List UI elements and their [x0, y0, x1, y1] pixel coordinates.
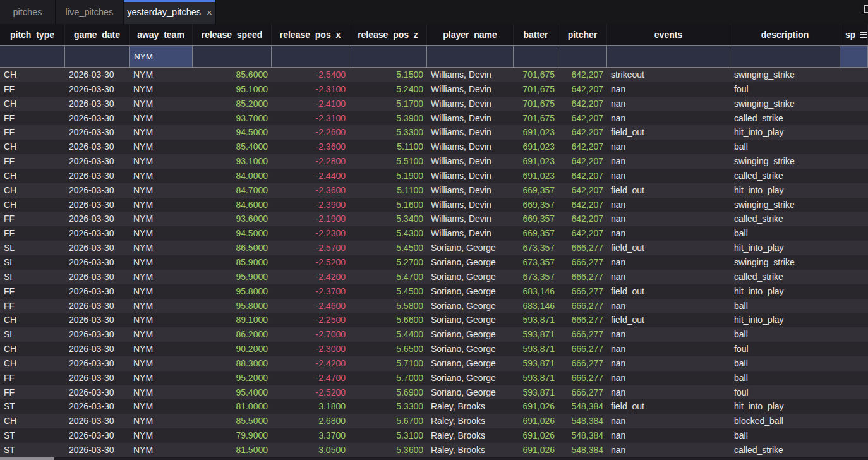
- cell-pitch_type[interactable]: CH: [0, 414, 65, 428]
- cell-pitcher[interactable]: 666,277: [558, 356, 607, 371]
- cell-batter[interactable]: 691,026: [514, 414, 558, 428]
- cell-batter[interactable]: 673,357: [514, 270, 558, 284]
- cell-batter[interactable]: 593,871: [514, 313, 558, 327]
- cell-pitcher[interactable]: 642,207: [558, 183, 607, 198]
- cell-release_speed[interactable]: 93.7000: [193, 111, 272, 126]
- cell-description[interactable]: called_strike: [730, 443, 840, 457]
- cell-events[interactable]: field_out: [607, 241, 730, 255]
- filter-input-player_name[interactable]: [427, 46, 514, 67]
- cell-release_pos_x[interactable]: -2.4600: [272, 299, 349, 313]
- cell-batter[interactable]: 683,146: [514, 299, 558, 313]
- filter-input-sp[interactable]: [840, 46, 868, 67]
- cell-pitch_type[interactable]: CH: [0, 356, 65, 371]
- cell-release_speed[interactable]: 85.9000: [193, 255, 272, 270]
- cell-release_pos_z[interactable]: 5.6900: [349, 385, 427, 400]
- cell-release_speed[interactable]: 90.2000: [193, 342, 272, 356]
- cell-release_pos_z[interactable]: 5.7000: [349, 371, 427, 385]
- cell-player_name[interactable]: Williams, Devin: [427, 226, 514, 241]
- cell-events[interactable]: field_out: [607, 125, 730, 140]
- cell-pitch_type[interactable]: FF: [0, 154, 65, 169]
- cell-description[interactable]: called_strike: [730, 169, 840, 183]
- cell-pitch_type[interactable]: CH: [0, 342, 65, 356]
- cell-description[interactable]: ball: [730, 226, 840, 241]
- cell-player_name[interactable]: Williams, Devin: [427, 154, 514, 169]
- cell-pitcher[interactable]: 642,207: [558, 226, 607, 241]
- cell-events[interactable]: nan: [607, 428, 730, 443]
- column-header-away_team[interactable]: away_team: [130, 24, 193, 45]
- cell-away_team[interactable]: NYM: [130, 342, 193, 356]
- cell-release_pos_z[interactable]: 5.3300: [349, 399, 427, 414]
- cell-release_speed[interactable]: 95.8000: [193, 284, 272, 299]
- cell-sp[interactable]: [840, 385, 868, 400]
- cell-batter[interactable]: 701,675: [514, 82, 558, 97]
- cell-description[interactable]: hit_into_play: [730, 183, 840, 198]
- cell-away_team[interactable]: NYM: [130, 385, 193, 400]
- cell-release_pos_x[interactable]: -2.4200: [272, 356, 349, 371]
- cell-player_name[interactable]: Soriano, George: [427, 270, 514, 284]
- cell-sp[interactable]: [840, 270, 868, 284]
- column-header-pitch_type[interactable]: pitch_type: [0, 24, 65, 45]
- cell-description[interactable]: hit_into_play: [730, 284, 840, 299]
- cell-events[interactable]: field_out: [607, 183, 730, 198]
- cell-description[interactable]: hit_into_play: [730, 125, 840, 140]
- cell-events[interactable]: nan: [607, 342, 730, 356]
- cell-game_date[interactable]: 2026-03-30: [65, 255, 130, 270]
- cell-pitcher[interactable]: 548,384: [558, 443, 607, 457]
- cell-game_date[interactable]: 2026-03-30: [65, 183, 130, 198]
- cell-away_team[interactable]: NYM: [130, 97, 193, 111]
- cell-away_team[interactable]: NYM: [130, 68, 193, 82]
- cell-release_pos_z[interactable]: 5.4400: [349, 327, 427, 342]
- cell-pitch_type[interactable]: SL: [0, 327, 65, 342]
- cell-pitch_type[interactable]: CH: [0, 183, 65, 198]
- cell-sp[interactable]: [840, 97, 868, 111]
- cell-release_speed[interactable]: 85.6000: [193, 68, 272, 82]
- cell-game_date[interactable]: 2026-03-30: [65, 443, 130, 457]
- cell-pitch_type[interactable]: ST: [0, 399, 65, 414]
- column-header-release_pos_z[interactable]: release_pos_z: [349, 24, 427, 45]
- cell-release_pos_x[interactable]: -2.5700: [272, 241, 349, 255]
- cell-batter[interactable]: 691,023: [514, 140, 558, 154]
- cell-player_name[interactable]: Raley, Brooks: [427, 428, 514, 443]
- cell-game_date[interactable]: 2026-03-30: [65, 313, 130, 327]
- cell-description[interactable]: swinging_strike: [730, 154, 840, 169]
- cell-pitcher[interactable]: 642,207: [558, 125, 607, 140]
- cell-pitch_type[interactable]: CH: [0, 198, 65, 212]
- cell-player_name[interactable]: Soriano, George: [427, 241, 514, 255]
- cell-player_name[interactable]: Williams, Devin: [427, 82, 514, 97]
- cell-player_name[interactable]: Raley, Brooks: [427, 414, 514, 428]
- cell-events[interactable]: nan: [607, 212, 730, 226]
- cell-description[interactable]: blocked_ball: [730, 414, 840, 428]
- cell-pitcher[interactable]: 666,277: [558, 313, 607, 327]
- filter-input-pitch_type[interactable]: [0, 46, 65, 67]
- cell-release_pos_x[interactable]: -2.5400: [272, 68, 349, 82]
- cell-release_pos_x[interactable]: -2.4200: [272, 270, 349, 284]
- cell-pitcher[interactable]: 666,277: [558, 342, 607, 356]
- cell-events[interactable]: nan: [607, 226, 730, 241]
- cell-batter[interactable]: 701,675: [514, 111, 558, 126]
- cell-description[interactable]: swinging_strike: [730, 97, 840, 111]
- cell-batter[interactable]: 593,871: [514, 385, 558, 400]
- cell-player_name[interactable]: Williams, Devin: [427, 111, 514, 126]
- cell-pitcher[interactable]: 548,384: [558, 414, 607, 428]
- cell-release_speed[interactable]: 84.0000: [193, 169, 272, 183]
- cell-release_pos_x[interactable]: -2.2300: [272, 226, 349, 241]
- cell-description[interactable]: ball: [730, 356, 840, 371]
- cell-description[interactable]: swinging_strike: [730, 198, 840, 212]
- cell-events[interactable]: nan: [607, 385, 730, 400]
- cell-sp[interactable]: [840, 154, 868, 169]
- column-header-batter[interactable]: batter: [514, 24, 558, 45]
- cell-events[interactable]: nan: [607, 198, 730, 212]
- cell-release_speed[interactable]: 86.5000: [193, 241, 272, 255]
- cell-description[interactable]: hit_into_play: [730, 241, 840, 255]
- cell-game_date[interactable]: 2026-03-30: [65, 356, 130, 371]
- filter-input-events[interactable]: [607, 46, 730, 67]
- cell-events[interactable]: field_out: [607, 284, 730, 299]
- cell-release_speed[interactable]: 85.2000: [193, 97, 272, 111]
- cell-game_date[interactable]: 2026-03-30: [65, 212, 130, 226]
- cell-pitcher[interactable]: 642,207: [558, 198, 607, 212]
- cell-player_name[interactable]: Soriano, George: [427, 255, 514, 270]
- cell-away_team[interactable]: NYM: [130, 255, 193, 270]
- cell-release_pos_z[interactable]: 5.5800: [349, 299, 427, 313]
- cell-away_team[interactable]: NYM: [130, 428, 193, 443]
- cell-player_name[interactable]: Soriano, George: [427, 385, 514, 400]
